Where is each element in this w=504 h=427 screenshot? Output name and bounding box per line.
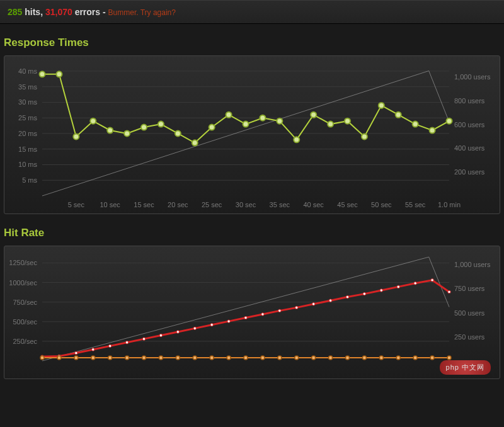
svg-text:10 sec: 10 sec xyxy=(100,201,120,208)
svg-point-93 xyxy=(397,285,399,288)
svg-point-50 xyxy=(328,122,333,127)
svg-point-97 xyxy=(40,356,44,360)
svg-point-46 xyxy=(260,115,265,121)
svg-point-88 xyxy=(312,303,314,305)
svg-point-54 xyxy=(396,112,401,118)
svg-point-110 xyxy=(261,356,265,360)
svg-point-85 xyxy=(261,313,264,316)
svg-point-103 xyxy=(142,356,146,360)
svg-point-92 xyxy=(380,289,382,292)
svg-point-79 xyxy=(159,334,162,336)
svg-point-91 xyxy=(363,292,365,295)
hit-rate-title: Hit Rate xyxy=(0,214,504,246)
svg-text:800 users: 800 users xyxy=(454,97,485,105)
svg-text:45 sec: 45 sec xyxy=(337,201,358,208)
svg-point-56 xyxy=(430,128,435,134)
svg-text:20 sec: 20 sec xyxy=(168,201,188,208)
hits-label: hits, xyxy=(22,7,45,17)
svg-point-35 xyxy=(73,134,79,139)
svg-point-84 xyxy=(244,316,247,319)
svg-point-44 xyxy=(226,112,232,118)
svg-text:30 ms: 30 ms xyxy=(18,98,37,106)
svg-text:30 sec: 30 sec xyxy=(236,201,256,208)
svg-text:5 ms: 5 ms xyxy=(22,176,37,184)
svg-text:20 ms: 20 ms xyxy=(18,130,37,137)
svg-point-107 xyxy=(210,356,214,360)
svg-text:40 sec: 40 sec xyxy=(303,201,324,208)
try-again-link[interactable]: Bummer. Try again? xyxy=(108,8,176,17)
svg-point-49 xyxy=(311,112,316,118)
svg-text:35 ms: 35 ms xyxy=(18,83,37,91)
svg-text:35 sec: 35 sec xyxy=(270,201,290,208)
svg-text:200 users: 200 users xyxy=(454,168,485,176)
svg-text:15 sec: 15 sec xyxy=(134,201,154,208)
svg-point-40 xyxy=(158,122,164,127)
svg-text:1,000 users: 1,000 users xyxy=(454,261,491,268)
svg-point-99 xyxy=(74,356,78,360)
svg-point-48 xyxy=(294,137,299,142)
svg-point-78 xyxy=(142,338,145,340)
svg-point-39 xyxy=(141,125,147,130)
svg-point-105 xyxy=(176,356,180,360)
svg-text:250 users: 250 users xyxy=(454,333,485,341)
svg-text:400 users: 400 users xyxy=(454,144,485,152)
svg-text:40 ms: 40 ms xyxy=(18,67,37,75)
svg-point-57 xyxy=(447,118,452,124)
svg-text:5 sec: 5 sec xyxy=(68,201,85,208)
svg-point-76 xyxy=(108,344,111,347)
svg-point-90 xyxy=(346,295,348,298)
svg-text:1.0 min: 1.0 min xyxy=(438,201,461,208)
svg-point-55 xyxy=(413,122,418,127)
svg-point-111 xyxy=(278,356,282,360)
php-watermark: php 中文网 xyxy=(440,360,491,375)
svg-point-38 xyxy=(124,130,130,136)
svg-point-101 xyxy=(108,356,112,360)
svg-point-87 xyxy=(295,306,298,309)
svg-point-102 xyxy=(125,356,129,360)
svg-text:50 sec: 50 sec xyxy=(371,201,392,208)
svg-point-52 xyxy=(362,134,367,139)
svg-point-96 xyxy=(448,290,450,293)
svg-point-74 xyxy=(75,351,77,354)
svg-point-86 xyxy=(278,309,281,312)
svg-point-95 xyxy=(431,279,433,282)
svg-point-41 xyxy=(175,130,181,136)
svg-text:55 sec: 55 sec xyxy=(405,201,426,208)
svg-text:500 users: 500 users xyxy=(454,309,485,317)
svg-point-36 xyxy=(90,118,96,124)
hit-rate-chart: 1250/sec1000/sec750/sec500/sec250/sec1,0… xyxy=(4,246,500,379)
svg-point-114 xyxy=(329,356,333,360)
svg-point-45 xyxy=(243,122,249,127)
svg-point-34 xyxy=(56,71,62,77)
svg-text:600 users: 600 users xyxy=(454,121,485,128)
svg-text:15 ms: 15 ms xyxy=(18,145,37,153)
svg-point-37 xyxy=(107,128,113,134)
svg-point-98 xyxy=(57,356,61,360)
svg-text:750/sec: 750/sec xyxy=(13,299,37,306)
svg-point-83 xyxy=(227,320,230,322)
svg-point-104 xyxy=(159,356,163,360)
svg-point-43 xyxy=(209,125,215,130)
errors-count: 31,070 xyxy=(45,7,72,17)
svg-text:500/sec: 500/sec xyxy=(13,318,37,326)
svg-point-112 xyxy=(295,356,299,360)
svg-text:1000/sec: 1000/sec xyxy=(9,279,37,287)
svg-point-47 xyxy=(277,118,282,124)
svg-point-82 xyxy=(210,324,213,326)
svg-point-117 xyxy=(379,356,383,360)
svg-text:25 ms: 25 ms xyxy=(18,114,37,122)
svg-point-42 xyxy=(192,140,198,145)
svg-point-33 xyxy=(40,71,45,77)
hits-count: 285 xyxy=(8,7,22,17)
svg-point-100 xyxy=(91,356,95,360)
svg-text:1,000 users: 1,000 users xyxy=(454,73,491,81)
svg-point-53 xyxy=(379,103,384,108)
svg-text:250/sec: 250/sec xyxy=(13,338,37,345)
svg-point-116 xyxy=(362,356,366,360)
svg-text:25 sec: 25 sec xyxy=(202,201,222,208)
svg-text:1250/sec: 1250/sec xyxy=(9,259,37,266)
svg-point-75 xyxy=(92,348,94,351)
svg-point-94 xyxy=(414,282,416,285)
svg-point-80 xyxy=(176,331,179,333)
svg-point-113 xyxy=(312,356,316,360)
